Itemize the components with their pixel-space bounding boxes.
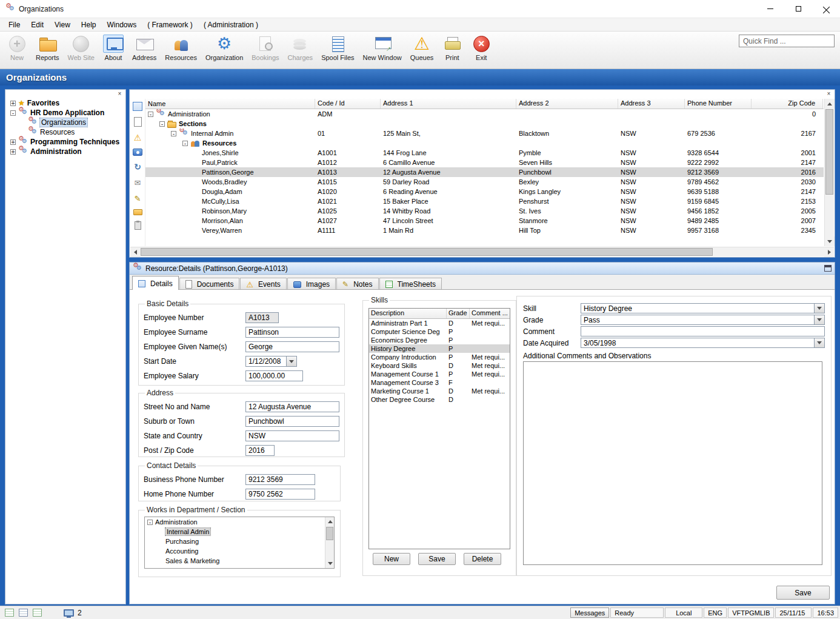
expander-icon[interactable]: - bbox=[182, 141, 188, 146]
new-skill-button[interactable]: New bbox=[373, 553, 410, 565]
expander-icon[interactable]: - bbox=[171, 131, 176, 136]
toolbar-exit-button[interactable]: Exit bbox=[467, 33, 496, 62]
dept-vscroll-thumb[interactable] bbox=[326, 527, 333, 540]
grid-row-internal-admin[interactable]: -Internal Admin01125 Main St,BlacktownNS… bbox=[145, 129, 824, 138]
toolbar-queues-button[interactable]: Queues bbox=[406, 33, 438, 62]
grid-row-sections[interactable]: -Sections bbox=[145, 119, 824, 129]
dept-item-purchasing[interactable]: Purchasing bbox=[145, 537, 334, 546]
department-vscrollbar[interactable] bbox=[325, 517, 334, 568]
grid-row-jones-shirle[interactable]: Jones,ShirleA1001144 Frog LanePymbleNSW9… bbox=[145, 148, 824, 158]
expander-icon[interactable]: + bbox=[10, 101, 16, 106]
start-date-input[interactable] bbox=[245, 356, 287, 367]
open-windows-icon[interactable] bbox=[64, 609, 74, 617]
skill-row-management-course-1[interactable]: Management Course 1PMet requi... bbox=[369, 370, 510, 378]
skill-row-other-degree-course[interactable]: Other Degree CourseD bbox=[369, 395, 510, 404]
maximize-button[interactable] bbox=[784, 0, 812, 18]
toolbar-new-window-button[interactable]: New Window bbox=[359, 33, 406, 62]
refresh-view-icon[interactable] bbox=[133, 162, 143, 172]
expander-icon[interactable]: + bbox=[10, 139, 16, 145]
suburb-or-town-input[interactable] bbox=[245, 416, 339, 427]
dept-item-administration[interactable]: -Administration bbox=[145, 517, 334, 527]
post-zip-code-input[interactable] bbox=[245, 445, 275, 456]
expander-icon[interactable]: - bbox=[10, 110, 16, 116]
document-view-icon[interactable] bbox=[133, 117, 143, 127]
menu-item-view[interactable]: View bbox=[49, 19, 76, 31]
dept-scroll-down-button[interactable] bbox=[325, 559, 335, 568]
tab-events[interactable]: Events bbox=[240, 278, 286, 289]
employee-number-input[interactable] bbox=[245, 312, 279, 323]
date-acquired-combo-input[interactable] bbox=[581, 338, 815, 348]
employee-surname-input[interactable] bbox=[245, 327, 339, 338]
menu-item-file[interactable]: File bbox=[3, 19, 25, 31]
dept-item-internal-admin[interactable]: Internal Admin bbox=[145, 527, 334, 537]
column-header-phone-number[interactable]: Phone Number bbox=[685, 99, 752, 109]
close-navigation-icon[interactable] bbox=[116, 90, 124, 98]
tab-documents[interactable]: Documents bbox=[179, 278, 240, 289]
tab-details[interactable]: Details bbox=[132, 276, 179, 290]
dept-item-maintenance[interactable]: Maintenance bbox=[145, 566, 334, 569]
status-grid-icon-1[interactable] bbox=[5, 609, 14, 617]
additional-comments-textarea[interactable] bbox=[523, 361, 822, 565]
dropdown-icon[interactable] bbox=[815, 338, 825, 348]
column-header-address-3[interactable]: Address 3 bbox=[618, 99, 685, 109]
menu-item-framework[interactable]: ( Framework ) bbox=[142, 19, 198, 31]
grid-row-pattinson-george[interactable]: Pattinson,GeorgeA101312 Augusta AvenuePu… bbox=[145, 167, 824, 177]
skill-combo-input[interactable] bbox=[581, 303, 815, 313]
tab-timesheets[interactable]: TimeSheets bbox=[379, 278, 442, 289]
menu-item-edit[interactable]: Edit bbox=[25, 19, 49, 31]
skill-row-computer-science-deg[interactable]: Computer Science DegP bbox=[369, 327, 510, 336]
toolbar-resources-button[interactable]: Resources bbox=[161, 33, 201, 62]
expander-icon[interactable]: - bbox=[147, 520, 153, 525]
toolbar-reports-button[interactable]: Reports bbox=[32, 33, 64, 62]
expander-icon[interactable]: - bbox=[148, 112, 153, 117]
dropdown-icon[interactable] bbox=[287, 356, 297, 367]
events-view-icon[interactable] bbox=[133, 133, 143, 142]
business-phone-number-input[interactable] bbox=[245, 474, 315, 485]
grid-row-paul-patrick[interactable]: Paul,PatrickA10126 Camillo AvenueSeven H… bbox=[145, 158, 824, 167]
column-header-address-1[interactable]: Address 1 bbox=[381, 99, 516, 109]
dropdown-icon[interactable] bbox=[815, 315, 825, 325]
tab-images[interactable]: Images bbox=[287, 278, 336, 289]
skill-row-management-course-3[interactable]: Management Course 3F bbox=[369, 378, 510, 387]
grid-row-woods-bradley[interactable]: Woods,BradleyA101559 Darley RoadBexleyNS… bbox=[145, 177, 824, 187]
toolbar-print-button[interactable]: Print bbox=[438, 33, 467, 62]
close-button[interactable] bbox=[812, 0, 840, 18]
status-grid-icon-3[interactable] bbox=[33, 609, 42, 617]
expander-icon[interactable]: - bbox=[159, 121, 165, 127]
expander-icon[interactable]: + bbox=[10, 149, 16, 155]
skill-row-keyboard-skills[interactable]: Keyboard SkillsDMet requi... bbox=[369, 361, 510, 370]
comment-combo-input[interactable] bbox=[581, 326, 825, 336]
nav-item-organizations[interactable]: Organizations bbox=[5, 118, 125, 127]
tab-notes[interactable]: Notes bbox=[336, 278, 378, 289]
scroll-left-button[interactable] bbox=[130, 247, 140, 257]
vscroll-thumb[interactable] bbox=[825, 109, 833, 195]
toolbar-about-button[interactable]: About bbox=[99, 33, 128, 62]
toolbar-spool-files-button[interactable]: Spool Files bbox=[317, 33, 358, 62]
grid-row-robinson-mary[interactable]: Robinson,MaryA102514 Whitby RoadSt. Ives… bbox=[145, 206, 824, 216]
toolbar-organization-button[interactable]: Organization bbox=[201, 33, 247, 62]
employee-given-name-s-input[interactable] bbox=[245, 341, 339, 352]
grid-row-morrison-alan[interactable]: Morrison,AlanA102747 Lincoln StreetStanm… bbox=[145, 216, 824, 226]
grid-hscrollbar[interactable] bbox=[130, 247, 834, 256]
details-view-icon[interactable] bbox=[133, 102, 142, 111]
scroll-right-button[interactable] bbox=[824, 247, 834, 257]
dept-scroll-up-button[interactable] bbox=[325, 517, 335, 526]
nav-item-hr-demo-application[interactable]: -HR Demo Application bbox=[5, 108, 125, 118]
status-grid-icon-2[interactable] bbox=[19, 609, 28, 617]
clipboard-view-icon[interactable] bbox=[135, 221, 141, 230]
quick-find-input[interactable] bbox=[739, 35, 835, 47]
delete-skill-button[interactable]: Delete bbox=[464, 553, 501, 565]
close-grid-icon[interactable] bbox=[825, 90, 833, 98]
column-header-address-2[interactable]: Address 2 bbox=[516, 99, 618, 109]
menu-item-administration[interactable]: ( Administration ) bbox=[198, 19, 264, 31]
grid-row-mccully-lisa[interactable]: McCully,LisaA102115 Baker PlacePenshurst… bbox=[145, 196, 824, 206]
save-button[interactable]: Save bbox=[776, 586, 830, 600]
skill-row-administratn-part-1[interactable]: Administratn Part 1DMet requi... bbox=[369, 319, 510, 327]
grid-vscrollbar[interactable] bbox=[824, 99, 834, 246]
restore-window-icon[interactable] bbox=[824, 265, 832, 272]
skills-column-grade[interactable]: Grade bbox=[447, 309, 470, 318]
minimize-button[interactable] bbox=[756, 0, 784, 18]
scroll-down-button[interactable] bbox=[825, 236, 835, 246]
employee-salary-input[interactable] bbox=[245, 370, 303, 381]
hscroll-thumb[interactable] bbox=[141, 248, 713, 256]
